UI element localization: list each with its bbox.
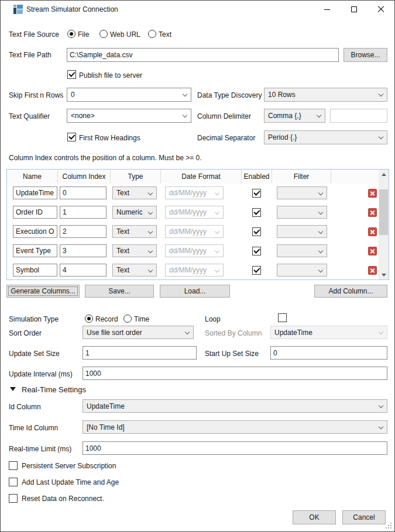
chevron-down-icon — [379, 330, 383, 334]
filter-select[interactable] — [277, 264, 327, 277]
minimize-icon — [324, 9, 330, 10]
column-type-select[interactable]: Text — [112, 244, 157, 257]
column-name-input[interactable] — [13, 264, 57, 277]
decimal-separator-select[interactable]: Period {.} — [264, 130, 387, 144]
delete-column-button[interactable] — [368, 189, 377, 198]
persistent-subscription-label[interactable]: Persistent Server Subscription — [22, 462, 116, 471]
publish-file-checkbox[interactable] — [67, 70, 76, 79]
titlebar[interactable]: Stream Simulator Connection — [1, 1, 394, 18]
radio-text[interactable] — [148, 30, 156, 38]
filter-select[interactable] — [277, 206, 327, 219]
radio-web-url[interactable] — [99, 30, 108, 38]
reset-data-checkbox[interactable] — [9, 494, 18, 503]
maximize-button[interactable] — [341, 1, 367, 18]
filter-select[interactable] — [277, 186, 327, 199]
radio-record-label[interactable]: Record — [95, 315, 118, 324]
cell-enabled — [242, 241, 272, 261]
column-index-input[interactable] — [60, 225, 107, 238]
id-column-select[interactable]: UpdateTime — [83, 399, 387, 413]
delete-column-button[interactable] — [368, 247, 377, 255]
sort-order-select[interactable]: Use file sort order — [83, 326, 194, 339]
time-id-column-select[interactable]: [No Time Id] — [83, 420, 387, 434]
add-last-update-checkbox[interactable] — [9, 478, 18, 486]
column-name-input[interactable] — [13, 206, 57, 219]
radio-text-label[interactable]: Text — [159, 30, 171, 39]
first-row-headings-label[interactable]: First Row Headings — [79, 134, 140, 143]
chevron-down-icon — [215, 268, 219, 272]
startup-set-size-input[interactable] — [270, 346, 387, 360]
radio-file-label[interactable]: File — [78, 30, 89, 39]
column-type-select[interactable]: Text — [112, 186, 157, 199]
add-last-update-label[interactable]: Add Last Update Time and Age — [22, 478, 119, 487]
column-index-input[interactable] — [60, 244, 107, 257]
column-delimiter-select[interactable]: Comma {,} — [264, 109, 325, 123]
cancel-button[interactable]: Cancel — [342, 510, 386, 524]
custom-delimiter-input[interactable] — [330, 109, 387, 123]
scroll-down-icon[interactable] — [379, 271, 389, 279]
reset-data-label[interactable]: Reset Data on Reconnect. — [22, 495, 104, 503]
time-id-column-label: Time Id Column — [9, 424, 58, 433]
delete-column-button[interactable] — [368, 227, 377, 236]
table-row: Text dd/MM/yyyy — [7, 222, 379, 241]
column-index-input[interactable] — [60, 206, 107, 219]
text-qualifier-select[interactable]: <none> — [67, 109, 191, 123]
column-name-input[interactable] — [13, 244, 57, 257]
save-button[interactable]: Save... — [85, 285, 154, 298]
radio-time-label[interactable]: Time — [134, 315, 149, 324]
loop-checkbox[interactable] — [278, 313, 287, 322]
cell-type: Text — [111, 184, 161, 203]
delete-column-button[interactable] — [368, 266, 377, 275]
realtime-settings-header[interactable]: Real-Time Settings — [22, 385, 86, 394]
publish-file-label[interactable]: Publish file to server — [79, 71, 142, 80]
filter-select[interactable] — [277, 244, 327, 257]
delete-column-button[interactable] — [368, 208, 377, 217]
cell-actions — [331, 222, 379, 241]
column-type-select[interactable]: Text — [112, 225, 157, 238]
column-type-select[interactable]: Text — [112, 264, 157, 277]
data-type-discovery-select[interactable]: 10 Rows — [264, 88, 387, 102]
radio-file[interactable] — [67, 30, 75, 38]
add-column-button[interactable]: Add Column... — [314, 285, 387, 298]
scrollbar-thumb[interactable] — [379, 189, 388, 235]
browse-button[interactable]: Browse... — [344, 48, 387, 62]
update-set-size-input[interactable] — [83, 346, 197, 360]
close-button[interactable] — [367, 1, 394, 18]
radio-time[interactable] — [123, 315, 132, 323]
enabled-checkbox[interactable] — [252, 266, 261, 275]
persistent-subscription-checkbox[interactable] — [9, 461, 18, 470]
text-file-path-input[interactable] — [67, 48, 339, 62]
enabled-checkbox[interactable] — [252, 247, 261, 255]
radio-web-url-label[interactable]: Web URL — [110, 30, 140, 39]
column-name-input[interactable] — [13, 186, 57, 199]
chevron-down-icon — [317, 113, 321, 118]
column-index-input[interactable] — [60, 186, 107, 199]
first-row-headings-checkbox[interactable] — [67, 133, 76, 141]
expander-collapse-icon[interactable] — [10, 387, 16, 391]
ok-button[interactable]: OK — [293, 510, 336, 524]
skip-rows-select[interactable]: 0 — [67, 88, 191, 102]
cell-enabled — [242, 203, 272, 222]
update-interval-input[interactable] — [83, 367, 387, 380]
chevron-down-icon — [215, 229, 219, 234]
scroll-up-icon[interactable] — [379, 170, 389, 178]
chevron-down-icon — [215, 248, 219, 253]
realtime-limit-input[interactable] — [83, 441, 387, 455]
generate-columns-button[interactable]: Generate Columns... — [6, 285, 80, 298]
column-type-select[interactable]: Numeric — [112, 206, 157, 219]
enabled-checkbox[interactable] — [252, 189, 261, 198]
load-button[interactable]: Load... — [160, 285, 230, 298]
cell-enabled — [242, 184, 272, 203]
filter-select[interactable] — [277, 225, 327, 238]
column-index-input[interactable] — [60, 264, 107, 277]
resize-grip-icon[interactable] — [384, 521, 392, 529]
chevron-down-icon — [379, 134, 383, 139]
minimize-button[interactable] — [314, 1, 341, 18]
table-scrollbar[interactable] — [379, 170, 389, 279]
radio-record[interactable] — [85, 315, 93, 323]
column-name-input[interactable] — [13, 225, 57, 238]
chevron-down-icon — [318, 248, 323, 253]
date-format-select: dd/MM/yyyy — [165, 206, 224, 219]
enabled-checkbox[interactable] — [252, 208, 261, 217]
enabled-checkbox[interactable] — [252, 227, 261, 236]
columns-table: Name Column Index Type Date Format Enabl… — [6, 169, 389, 280]
